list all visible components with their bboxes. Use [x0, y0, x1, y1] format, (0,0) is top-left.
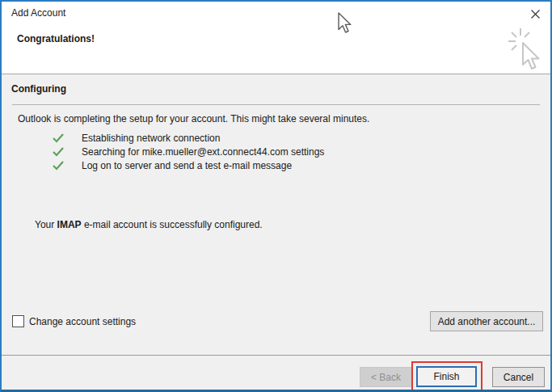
- change-account-settings-option[interactable]: Change account settings: [12, 315, 136, 327]
- change-account-settings-checkbox[interactable]: [12, 315, 24, 327]
- account-type: IMAP: [57, 219, 82, 230]
- back-button[interactable]: < Back: [360, 367, 412, 387]
- success-message-prefix: Your: [35, 219, 57, 230]
- close-icon: [530, 9, 541, 19]
- window-title: Add Account: [11, 7, 65, 19]
- setup-step-row: Searching for mike.mueller@ext.connect44…: [53, 146, 324, 158]
- section-title: Configuring: [11, 83, 66, 95]
- title-bar: Add Account: [2, 2, 550, 26]
- setup-step-row: Log on to server and send a test e-mail …: [53, 160, 292, 171]
- setup-step-label: Searching for mike.mueller@ext.connect44…: [82, 146, 324, 158]
- add-account-dialog: Add Account Congratulations!: [0, 0, 552, 392]
- click-sparkle-icon: [508, 27, 546, 77]
- checkmark-icon: [53, 161, 64, 171]
- success-message-suffix: e-mail account is successfully configure…: [82, 219, 263, 230]
- change-account-settings-label: Change account settings: [29, 316, 136, 327]
- add-another-account-button[interactable]: Add another account...: [430, 311, 543, 331]
- wizard-header: Congratulations!: [2, 26, 550, 74]
- checkmark-icon: [53, 133, 64, 143]
- section-divider: [12, 104, 540, 105]
- success-message: Your IMAP e-mail account is successfully…: [35, 219, 263, 230]
- finish-button[interactable]: Finish: [416, 366, 477, 387]
- setup-step-label: Log on to server and send a test e-mail …: [82, 160, 292, 171]
- close-button[interactable]: [525, 4, 545, 23]
- setup-step-label: Establishing network connection: [82, 133, 220, 144]
- cancel-button[interactable]: Cancel: [492, 367, 545, 387]
- footer-divider: [2, 355, 550, 356]
- checkmark-icon: [53, 147, 64, 157]
- congratulations-heading: Congratulations!: [17, 33, 95, 44]
- setup-step-row: Establishing network connection: [53, 133, 220, 144]
- configuring-description: Outlook is completing the setup for your…: [18, 113, 369, 124]
